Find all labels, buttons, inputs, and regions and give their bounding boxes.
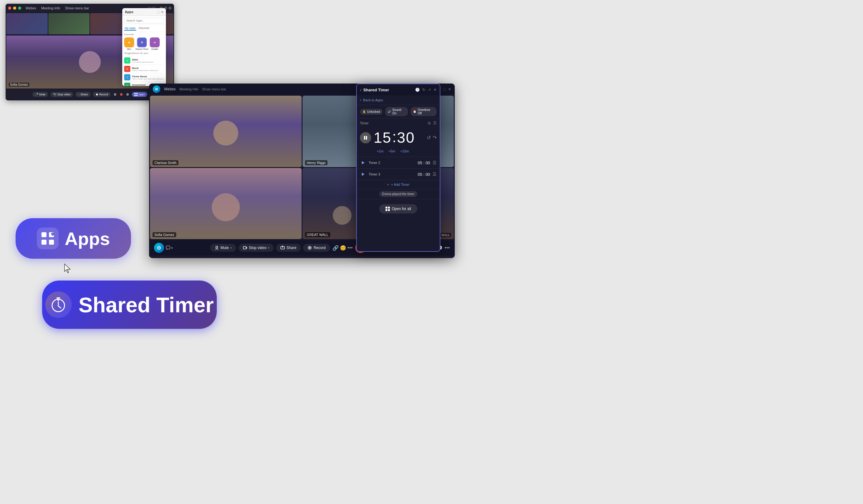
add-1m-btn[interactable]: +1m (377, 149, 384, 153)
timer-back-icon[interactable]: ‹ (360, 87, 362, 92)
record-btn[interactable]: Record (303, 244, 330, 252)
webex-orb[interactable] (154, 243, 164, 253)
suggestion-slido[interactable]: S Slido Live polling and questions (124, 56, 164, 65)
app-huddle[interactable]: H Huddle (150, 37, 160, 50)
suggestion-thrive[interactable]: T Thrive Reset Take a breath and reset w… (124, 73, 164, 82)
svg-marker-29 (362, 161, 365, 164)
apps-search-input[interactable] (124, 18, 164, 23)
timer-reset-icon[interactable]: ↺ (427, 135, 431, 141)
timer-back-link[interactable]: Back to Apps (363, 98, 383, 102)
floating-apps-button[interactable]: + Apps (16, 218, 131, 259)
mural-icon: M (124, 66, 130, 72)
timer-close-icon[interactable]: ✕ (434, 88, 437, 92)
stop-video-btn[interactable]: Stop video ▾ (239, 244, 274, 252)
apps-suggestions-list: S Slido Live polling and questions M Mur… (122, 55, 166, 86)
timer-share-icon[interactable]: ↗ (428, 88, 431, 92)
chat-btn[interactable]: ▾ (166, 246, 173, 250)
overtime-off-btn[interactable]: ⏰ Overtime Off (411, 107, 437, 116)
svg-rect-28 (366, 136, 367, 140)
show-menu-label[interactable]: Show menu bar (65, 6, 89, 10)
timer-toast-text: Emma played the timer (379, 191, 417, 197)
timer-section-title: Timer (360, 121, 368, 125)
timer-3-menu[interactable]: ☰ (433, 172, 437, 177)
suggestion-mural[interactable]: M Mural Online collaborative whiteboard (124, 65, 164, 73)
cursor-arrow (64, 263, 72, 273)
timer-menu-icon[interactable]: ☰ (433, 121, 437, 125)
close-btn[interactable]: ✕ (448, 87, 451, 91)
timer-back-chevron[interactable]: ‹ (360, 98, 361, 102)
timer-colon: : (391, 128, 397, 145)
small-thumb-1 (6, 13, 48, 34)
timer-copy-icon[interactable]: ⧉ (428, 121, 431, 125)
video-cell-clarissa: Clarissa Smith (150, 96, 302, 167)
titlebar-show-menu[interactable]: Show menu bar (202, 87, 226, 91)
small-share-btn[interactable]: ↑Share (75, 92, 90, 97)
apps-panel-expand-icon[interactable]: ⬚ (157, 10, 160, 14)
titlebar-labels: Webex Meeting Info Show menu bar (26, 6, 89, 10)
timer-3-item: Timer 3 05 : 00 ☰ (357, 169, 440, 180)
floating-shared-timer-button[interactable]: Shared Timer (42, 281, 217, 329)
add-timer-btn[interactable]: + + Add Timer (357, 180, 440, 189)
slido-text: Slido Live polling and questions (132, 58, 153, 63)
svg-rect-6 (41, 240, 47, 245)
svg-rect-0 (135, 93, 136, 94)
add-10m-btn[interactable]: +10m (400, 149, 409, 153)
unlocked-btn[interactable]: 🔓 Unlocked (360, 109, 383, 115)
small-mute-btn[interactable]: 🎤Mute (33, 92, 48, 97)
sound-on-btn[interactable]: 🔊 Sound On (385, 107, 408, 116)
timer-section-header: Timer ⧉ ☰ (360, 121, 437, 125)
timer-minutes: 15 (374, 129, 391, 146)
app-miro[interactable]: M Miro (124, 37, 134, 50)
timer-back-row: ‹ Back to Apps (357, 95, 440, 105)
timer-history-icon[interactable]: 🕐 (415, 88, 420, 92)
share-btn[interactable]: Share (276, 244, 301, 252)
apps-favorites: M Miro ⏱ Shared Timer H Huddle (122, 37, 166, 51)
minimize-dot[interactable] (13, 7, 16, 10)
small-stopvideo-btn[interactable]: 📷Stop video (51, 92, 73, 97)
shared-timer-icon: ⏱ (137, 37, 147, 47)
close-icon[interactable] (168, 7, 172, 10)
mute-btn[interactable]: Mute ▾ (210, 244, 236, 252)
svg-rect-15 (166, 246, 170, 249)
timer-3-play-btn[interactable] (360, 171, 366, 177)
svg-rect-1 (136, 93, 138, 94)
small-record-btn[interactable]: ⏺Record (93, 92, 111, 97)
close-dot[interactable] (8, 7, 11, 10)
add-5m-btn[interactable]: +5m (389, 149, 396, 153)
titlebar-meeting-info[interactable]: Meeting Info (179, 87, 198, 91)
maximize-dot[interactable] (18, 7, 21, 10)
apps-panel: Apps ⬚ ✕ My Apps Discover Favorite M Mir… (122, 8, 166, 86)
emoji-icon[interactable]: 😊 (340, 245, 346, 251)
timer-titlebar-left: ‹ Shared Timer (360, 87, 389, 92)
timer-2-play-btn[interactable] (360, 159, 366, 166)
timer-titlebar-right: 🕐 ↻ ↗ ✕ (415, 88, 437, 92)
maximize-btn[interactable]: ⬚ (442, 87, 446, 91)
reactions-icon[interactable]: 🔗 (333, 245, 339, 251)
timer-replay-icon[interactable]: ↷ (433, 135, 437, 141)
bottom-left-controls: ▾ (154, 243, 173, 253)
more-options-icon[interactable]: ••• (348, 245, 353, 251)
open-for-all-label: Open for all (392, 207, 411, 211)
apps-tab-myapps[interactable]: My Apps (124, 26, 136, 30)
webex-label: Webex (26, 6, 36, 10)
timer-panel-titlebar: ‹ Shared Timer 🕐 ↻ ↗ ✕ (357, 84, 440, 95)
small-dot1 (114, 93, 116, 96)
more-icon[interactable]: ••• (445, 245, 450, 250)
meeting-info-label[interactable]: Meeting Info (41, 6, 60, 10)
app-shared-timer[interactable]: ⏱ Shared Timer (135, 37, 149, 50)
small-end-btn[interactable] (120, 93, 123, 96)
apps-tab-discover[interactable]: Discover (138, 26, 150, 30)
timer-pause-btn[interactable] (360, 132, 371, 143)
timer-2-name: Timer 2 (368, 161, 415, 165)
svg-rect-33 (386, 209, 387, 211)
henry-label: Henry Riggs (305, 160, 328, 165)
apps-panel-close-icon[interactable]: ✕ (161, 10, 163, 14)
small-apps-btn[interactable]: Apps (132, 92, 148, 97)
webex-logo: W (153, 86, 160, 93)
timer-refresh-icon[interactable]: ↻ (422, 88, 425, 92)
person1-head (333, 206, 351, 225)
clarissa-head (213, 121, 238, 145)
open-for-all-btn[interactable]: Open for all (379, 204, 417, 214)
timer-2-menu[interactable]: ☰ (433, 160, 437, 165)
favorite-section-label: Favorite (122, 32, 166, 37)
